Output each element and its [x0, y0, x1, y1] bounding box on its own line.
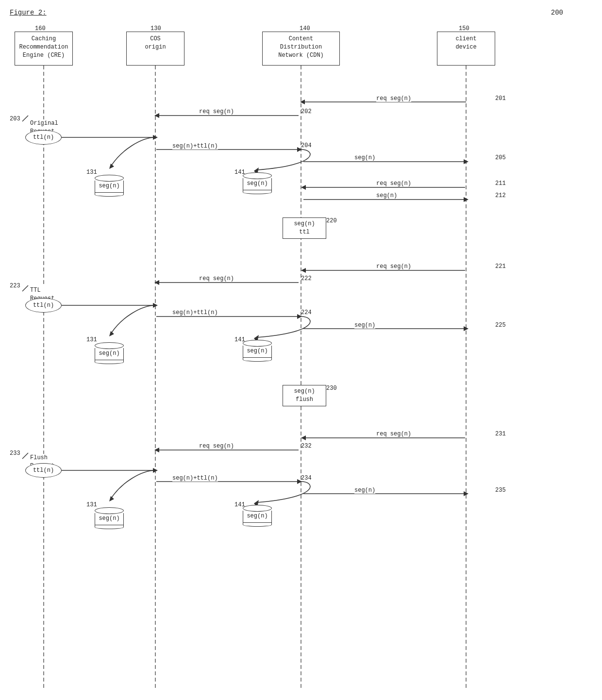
svg-marker-22 — [301, 268, 306, 273]
ref-232: 232 — [301, 443, 312, 450]
cyl-bottom — [95, 360, 124, 364]
svg-marker-18 — [301, 185, 306, 190]
svg-marker-36 — [154, 448, 159, 452]
cyl-bottom — [243, 190, 272, 194]
arrow-label-221: req seg(n) — [376, 263, 411, 270]
figure-number: 200 — [551, 9, 563, 17]
arrow-label-231: req seg(n) — [376, 431, 411, 437]
cyl-top — [95, 342, 124, 349]
arrow-label-225: seg(n) — [354, 322, 375, 329]
cyl-top — [243, 340, 272, 347]
ref-235: 235 — [495, 487, 506, 494]
cos-cylinder-3: seg(n) — [95, 507, 124, 530]
client-number: 150 — [459, 25, 469, 32]
cre-box: CachingRecommendationEngine (CRE) — [15, 32, 73, 66]
cre-number: 160 — [35, 25, 46, 32]
ref-205: 205 — [495, 154, 506, 161]
arrow-label-232: req seg(n) — [199, 443, 234, 450]
arrow-label-201: req seg(n) — [376, 95, 411, 102]
cyl-body: seg(n) — [95, 348, 124, 360]
svg-line-45 — [22, 116, 28, 121]
ref-234: 234 — [301, 475, 312, 482]
ref-231: 231 — [495, 431, 506, 437]
arrow-label-235: seg(n) — [354, 487, 375, 494]
svg-marker-8 — [154, 113, 159, 118]
svg-marker-43 — [464, 491, 468, 496]
svg-marker-44 — [109, 496, 114, 501]
ref-212: 212 — [495, 192, 506, 199]
ref-225: 225 — [495, 322, 506, 329]
cdn-cylinder-1: seg(n) — [243, 172, 272, 195]
cyl-body: seg(n) — [243, 178, 272, 190]
figure-label: Figure 2: — [10, 9, 47, 17]
ref-233: 233 — [10, 450, 20, 457]
seg-flush-box: seg(n)flush — [283, 385, 326, 406]
svg-marker-16 — [109, 164, 114, 169]
arrow-label-234: seg(n)+ttl(n) — [172, 475, 218, 482]
arrow-label-211: req seg(n) — [376, 180, 411, 187]
svg-marker-15 — [464, 159, 468, 164]
cdn-number: 140 — [300, 25, 310, 32]
ref-224: 224 — [301, 309, 312, 316]
cos-number: 130 — [150, 25, 161, 32]
svg-marker-10 — [153, 135, 158, 140]
ref-222: 222 — [301, 275, 312, 282]
cyl-body: seg(n) — [243, 346, 272, 358]
cdn-box: Content DistributionNetwork (CDN) — [262, 32, 340, 66]
cyl-bottom — [243, 358, 272, 362]
ref-223: 223 — [10, 283, 20, 289]
ttl-oval-1: ttl(n) — [25, 130, 62, 145]
seg-ttl-box: seg(n)ttl — [283, 217, 326, 239]
svg-marker-38 — [153, 468, 158, 473]
ref-203: 203 — [10, 116, 20, 122]
ref-220: 220 — [326, 217, 337, 224]
svg-marker-6 — [300, 100, 305, 104]
diagram-svg — [0, 0, 602, 700]
ref-202: 202 — [301, 108, 312, 115]
cyl-body: seg(n) — [95, 513, 124, 525]
arrow-label-205: seg(n) — [354, 154, 375, 161]
cyl-top — [243, 505, 272, 512]
ttl-oval-3: ttl(n) — [25, 463, 62, 478]
cyl-bottom — [95, 525, 124, 529]
arrow-label-204: seg(n)+ttl(n) — [172, 143, 218, 150]
ref-204: 204 — [301, 142, 312, 149]
svg-marker-26 — [153, 303, 158, 308]
arrow-label-212: seg(n) — [376, 192, 397, 199]
page: Figure 2: 200 — [0, 0, 602, 700]
ref-201: 201 — [495, 95, 506, 102]
ref-211: 211 — [495, 180, 506, 187]
svg-marker-20 — [464, 197, 468, 202]
cyl-bottom — [243, 523, 272, 527]
svg-line-47 — [22, 453, 28, 459]
cyl-top — [243, 172, 272, 179]
ref-230: 230 — [326, 385, 337, 392]
svg-marker-24 — [154, 280, 159, 285]
arrow-label-202: req seg(n) — [199, 108, 234, 115]
svg-line-46 — [22, 285, 28, 291]
ttl-oval-2: ttl(n) — [25, 298, 62, 313]
cos-box: COSorigin — [126, 32, 184, 66]
cyl-body: seg(n) — [95, 181, 124, 193]
cyl-body: seg(n) — [243, 511, 272, 523]
ref-221: 221 — [495, 263, 506, 270]
cdn-cylinder-3: seg(n) — [243, 505, 272, 528]
client-box: clientdevice — [437, 32, 495, 66]
cyl-top — [95, 175, 124, 182]
cos-cylinder-2: seg(n) — [95, 342, 124, 365]
svg-marker-31 — [464, 326, 468, 331]
cyl-bottom — [95, 193, 124, 197]
cyl-top — [95, 507, 124, 514]
cos-cylinder-1: seg(n) — [95, 175, 124, 198]
svg-marker-32 — [109, 331, 114, 336]
svg-marker-34 — [301, 435, 306, 440]
arrow-label-222: req seg(n) — [199, 275, 234, 282]
arrow-label-224: seg(n)+ttl(n) — [172, 309, 218, 316]
cdn-cylinder-2: seg(n) — [243, 340, 272, 363]
